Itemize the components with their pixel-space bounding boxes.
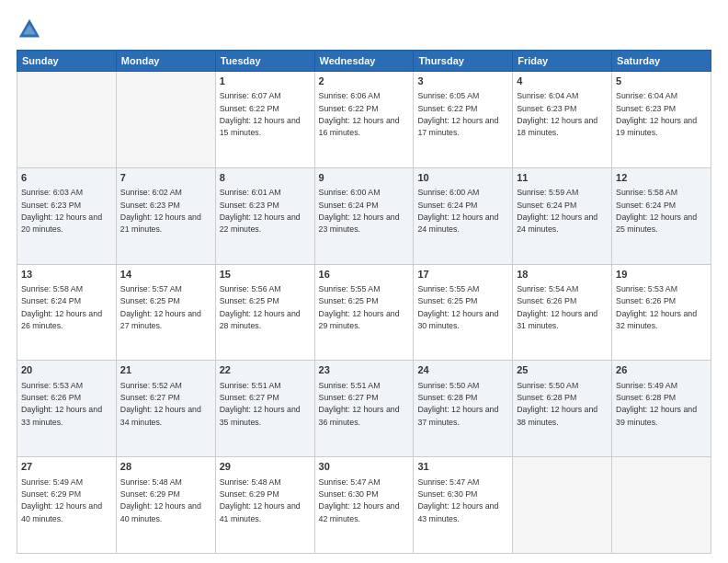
day-number: 16 [319, 268, 410, 282]
calendar-week-row: 27Sunrise: 5:49 AM Sunset: 6:29 PM Dayli… [17, 457, 711, 554]
calendar-week-row: 6Sunrise: 6:03 AM Sunset: 6:23 PM Daylig… [17, 167, 711, 264]
calendar-day-cell: 11Sunrise: 5:59 AM Sunset: 6:24 PM Dayli… [513, 167, 612, 264]
calendar-day-cell: 31Sunrise: 5:47 AM Sunset: 6:30 PM Dayli… [414, 457, 513, 554]
calendar-day-cell [612, 457, 711, 554]
day-info: Sunrise: 5:50 AM Sunset: 6:28 PM Dayligh… [417, 381, 498, 427]
calendar-day-cell [116, 72, 215, 168]
day-info: Sunrise: 6:04 AM Sunset: 6:23 PM Dayligh… [517, 91, 597, 137]
day-number: 23 [319, 363, 410, 377]
day-number: 3 [417, 75, 508, 88]
calendar-header-row: SundayMondayTuesdayWednesdayThursdayFrid… [17, 51, 711, 72]
calendar-day-cell: 28Sunrise: 5:48 AM Sunset: 6:29 PM Dayli… [116, 457, 215, 554]
calendar-day-cell [17, 72, 117, 168]
day-number: 12 [616, 171, 707, 185]
day-info: Sunrise: 5:59 AM Sunset: 6:24 PM Dayligh… [517, 188, 597, 234]
day-info: Sunrise: 5:53 AM Sunset: 6:26 PM Dayligh… [616, 284, 697, 330]
calendar-day-cell: 14Sunrise: 5:57 AM Sunset: 6:25 PM Dayli… [116, 264, 215, 361]
calendar-day-cell: 2Sunrise: 6:06 AM Sunset: 6:22 PM Daylig… [314, 72, 414, 168]
day-number: 4 [517, 75, 608, 88]
day-info: Sunrise: 5:57 AM Sunset: 6:25 PM Dayligh… [120, 284, 201, 330]
weekday-header-thursday: Thursday [414, 51, 513, 72]
calendar-day-cell: 5Sunrise: 6:04 AM Sunset: 6:23 PM Daylig… [612, 72, 711, 168]
calendar-day-cell: 29Sunrise: 5:48 AM Sunset: 6:29 PM Dayli… [215, 457, 314, 554]
day-info: Sunrise: 5:55 AM Sunset: 6:25 PM Dayligh… [319, 284, 400, 330]
day-info: Sunrise: 5:47 AM Sunset: 6:30 PM Dayligh… [319, 477, 400, 523]
day-number: 28 [120, 460, 211, 474]
calendar-day-cell: 1Sunrise: 6:07 AM Sunset: 6:22 PM Daylig… [215, 72, 314, 168]
calendar-day-cell [513, 457, 612, 554]
calendar-day-cell: 27Sunrise: 5:49 AM Sunset: 6:29 PM Dayli… [17, 457, 117, 554]
day-info: Sunrise: 5:49 AM Sunset: 6:28 PM Dayligh… [616, 381, 697, 427]
day-number: 8 [220, 171, 311, 185]
calendar-day-cell: 3Sunrise: 6:05 AM Sunset: 6:22 PM Daylig… [414, 72, 513, 168]
calendar-day-cell: 6Sunrise: 6:03 AM Sunset: 6:23 PM Daylig… [17, 167, 117, 264]
day-number: 22 [220, 363, 311, 377]
day-info: Sunrise: 5:48 AM Sunset: 6:29 PM Dayligh… [220, 477, 301, 523]
calendar-day-cell: 7Sunrise: 6:02 AM Sunset: 6:23 PM Daylig… [116, 167, 215, 264]
day-info: Sunrise: 5:51 AM Sunset: 6:27 PM Dayligh… [220, 381, 301, 427]
day-info: Sunrise: 6:05 AM Sunset: 6:22 PM Dayligh… [417, 91, 498, 137]
header [17, 17, 711, 42]
calendar-day-cell: 15Sunrise: 5:56 AM Sunset: 6:25 PM Dayli… [215, 264, 314, 361]
day-info: Sunrise: 5:58 AM Sunset: 6:24 PM Dayligh… [21, 284, 102, 330]
day-info: Sunrise: 5:51 AM Sunset: 6:27 PM Dayligh… [319, 381, 400, 427]
day-number: 25 [517, 363, 608, 377]
day-number: 7 [120, 171, 211, 185]
calendar-day-cell: 9Sunrise: 6:00 AM Sunset: 6:24 PM Daylig… [314, 167, 414, 264]
day-number: 17 [417, 268, 508, 282]
day-info: Sunrise: 5:56 AM Sunset: 6:25 PM Dayligh… [220, 284, 301, 330]
calendar-week-row: 1Sunrise: 6:07 AM Sunset: 6:22 PM Daylig… [17, 72, 711, 168]
calendar-day-cell: 25Sunrise: 5:50 AM Sunset: 6:28 PM Dayli… [513, 361, 612, 457]
day-number: 13 [21, 268, 112, 282]
day-number: 14 [120, 268, 211, 282]
weekday-header-monday: Monday [116, 51, 215, 72]
day-info: Sunrise: 5:47 AM Sunset: 6:30 PM Dayligh… [417, 477, 498, 523]
day-number: 30 [319, 460, 410, 474]
calendar-day-cell: 12Sunrise: 5:58 AM Sunset: 6:24 PM Dayli… [612, 167, 711, 264]
calendar-day-cell: 16Sunrise: 5:55 AM Sunset: 6:25 PM Dayli… [314, 264, 414, 361]
calendar-table: SundayMondayTuesdayWednesdayThursdayFrid… [17, 50, 711, 554]
day-info: Sunrise: 5:48 AM Sunset: 6:29 PM Dayligh… [120, 477, 201, 523]
day-info: Sunrise: 5:52 AM Sunset: 6:27 PM Dayligh… [120, 381, 201, 427]
day-number: 18 [517, 268, 608, 282]
calendar-day-cell: 22Sunrise: 5:51 AM Sunset: 6:27 PM Dayli… [215, 361, 314, 457]
calendar-day-cell: 20Sunrise: 5:53 AM Sunset: 6:26 PM Dayli… [17, 361, 117, 457]
calendar-day-cell: 4Sunrise: 6:04 AM Sunset: 6:23 PM Daylig… [513, 72, 612, 168]
day-number: 24 [417, 363, 508, 377]
day-info: Sunrise: 6:07 AM Sunset: 6:22 PM Dayligh… [220, 91, 301, 137]
calendar-day-cell: 19Sunrise: 5:53 AM Sunset: 6:26 PM Dayli… [612, 264, 711, 361]
day-info: Sunrise: 6:06 AM Sunset: 6:22 PM Dayligh… [319, 91, 400, 137]
day-number: 19 [616, 268, 707, 282]
day-number: 1 [220, 75, 311, 88]
day-number: 10 [417, 171, 508, 185]
day-info: Sunrise: 5:53 AM Sunset: 6:26 PM Dayligh… [21, 381, 102, 427]
day-number: 5 [616, 75, 707, 88]
calendar-day-cell: 18Sunrise: 5:54 AM Sunset: 6:26 PM Dayli… [513, 264, 612, 361]
logo-icon [17, 17, 42, 42]
day-info: Sunrise: 6:03 AM Sunset: 6:23 PM Dayligh… [21, 188, 102, 234]
calendar-day-cell: 30Sunrise: 5:47 AM Sunset: 6:30 PM Dayli… [314, 457, 414, 554]
day-info: Sunrise: 5:49 AM Sunset: 6:29 PM Dayligh… [21, 477, 102, 523]
day-number: 21 [120, 363, 211, 377]
day-number: 9 [319, 171, 410, 185]
weekday-header-tuesday: Tuesday [215, 51, 314, 72]
day-info: Sunrise: 5:50 AM Sunset: 6:28 PM Dayligh… [517, 381, 597, 427]
calendar-day-cell: 21Sunrise: 5:52 AM Sunset: 6:27 PM Dayli… [116, 361, 215, 457]
day-info: Sunrise: 5:55 AM Sunset: 6:25 PM Dayligh… [417, 284, 498, 330]
calendar-day-cell: 24Sunrise: 5:50 AM Sunset: 6:28 PM Dayli… [414, 361, 513, 457]
day-number: 2 [319, 75, 410, 88]
day-number: 15 [220, 268, 311, 282]
calendar-week-row: 13Sunrise: 5:58 AM Sunset: 6:24 PM Dayli… [17, 264, 711, 361]
day-info: Sunrise: 6:04 AM Sunset: 6:23 PM Dayligh… [616, 91, 697, 137]
logo [17, 17, 46, 42]
day-number: 29 [220, 460, 311, 474]
day-number: 27 [21, 460, 112, 474]
calendar-day-cell: 8Sunrise: 6:01 AM Sunset: 6:23 PM Daylig… [215, 167, 314, 264]
calendar-week-row: 20Sunrise: 5:53 AM Sunset: 6:26 PM Dayli… [17, 361, 711, 457]
weekday-header-sunday: Sunday [17, 51, 117, 72]
day-info: Sunrise: 6:00 AM Sunset: 6:24 PM Dayligh… [417, 188, 498, 234]
day-number: 31 [417, 460, 508, 474]
calendar-day-cell: 13Sunrise: 5:58 AM Sunset: 6:24 PM Dayli… [17, 264, 117, 361]
weekday-header-friday: Friday [513, 51, 612, 72]
calendar-day-cell: 23Sunrise: 5:51 AM Sunset: 6:27 PM Dayli… [314, 361, 414, 457]
